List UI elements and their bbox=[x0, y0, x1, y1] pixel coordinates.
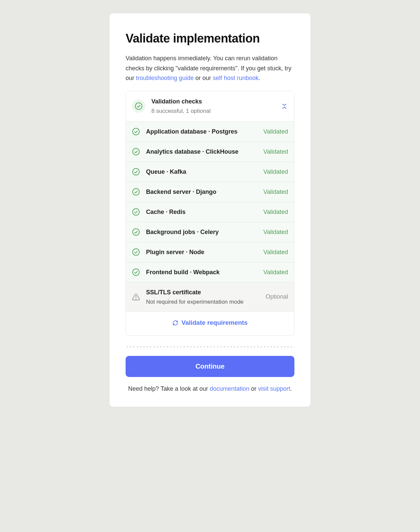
page-title: Validate implementation bbox=[126, 29, 294, 48]
validation-panel: Validation checks 8 successful, 1 option… bbox=[126, 91, 294, 336]
validate-action-bar: Validate requirements bbox=[126, 311, 294, 335]
validation-row: SSL/TLS certificateNot required for expe… bbox=[126, 283, 294, 312]
svg-point-7 bbox=[133, 249, 139, 255]
panel-header-subtitle: 8 successful, 1 optional bbox=[151, 107, 281, 116]
row-text: Backend server · Django bbox=[146, 187, 263, 197]
check-circle-icon bbox=[132, 99, 145, 113]
intro-part2: or our bbox=[194, 75, 213, 81]
validate-requirements-button[interactable]: Validate requirements bbox=[172, 319, 248, 326]
row-status: Validated bbox=[263, 248, 288, 257]
svg-point-3 bbox=[133, 168, 139, 175]
row-status: Validated bbox=[263, 228, 288, 237]
continue-button-label: Continue bbox=[196, 363, 225, 370]
validation-row: Background jobs · CeleryValidated bbox=[126, 222, 294, 242]
panel-header-text: Validation checks 8 successful, 1 option… bbox=[151, 97, 281, 116]
row-status: Validated bbox=[263, 268, 288, 277]
help-part1: Need help? Take a look at our bbox=[128, 385, 210, 392]
check-circle-icon bbox=[132, 188, 140, 196]
row-text: Cache · Redis bbox=[146, 208, 263, 217]
row-text: Queue · Kafka bbox=[146, 167, 263, 176]
row-text: Application database · Postgres bbox=[146, 127, 263, 136]
validation-panel-header: Validation checks 8 successful, 1 option… bbox=[126, 91, 294, 122]
troubleshooting-guide-link[interactable]: troubleshooting guide bbox=[136, 75, 194, 81]
row-status: Validated bbox=[263, 147, 288, 156]
validation-row: Application database · PostgresValidated bbox=[126, 122, 294, 142]
row-status: Validated bbox=[263, 187, 288, 197]
row-text: Analytics database · ClickHouse bbox=[146, 147, 263, 156]
intro-part3: . bbox=[259, 75, 260, 81]
check-circle-icon bbox=[132, 208, 140, 216]
validation-row: Plugin server · NodeValidated bbox=[126, 242, 294, 262]
check-circle-icon bbox=[132, 228, 140, 236]
row-title: Application database · Postgres bbox=[146, 127, 263, 136]
svg-point-8 bbox=[133, 269, 139, 276]
row-title: Backend server · Django bbox=[146, 187, 263, 197]
row-title: Cache · Redis bbox=[146, 208, 263, 217]
self-host-runbook-link[interactable]: self host runbook bbox=[213, 75, 259, 81]
row-text: Plugin server · Node bbox=[146, 248, 263, 257]
continue-button[interactable]: Continue bbox=[126, 356, 294, 377]
svg-point-5 bbox=[133, 209, 139, 215]
row-status: Optional bbox=[266, 292, 288, 301]
row-title: Background jobs · Celery bbox=[146, 228, 263, 237]
help-text: Need help? Take a look at our documentat… bbox=[126, 384, 294, 393]
check-circle-icon bbox=[132, 248, 140, 256]
visit-support-link[interactable]: visit support bbox=[258, 385, 290, 392]
row-status: Validated bbox=[263, 127, 288, 136]
validation-card: Validate implementation Validation happe… bbox=[110, 13, 310, 407]
validation-row: Analytics database · ClickHouseValidated bbox=[126, 142, 294, 162]
validate-button-label: Validate requirements bbox=[182, 319, 248, 326]
help-part2: or bbox=[249, 385, 258, 392]
intro-text: Validation happens immediately. You can … bbox=[126, 54, 294, 83]
validation-rows: Application database · PostgresValidated… bbox=[126, 122, 294, 312]
row-status: Validated bbox=[263, 208, 288, 217]
collapse-toggle-button[interactable] bbox=[281, 102, 288, 110]
svg-point-6 bbox=[133, 229, 139, 235]
chevron-up-icon bbox=[282, 106, 287, 109]
row-title: SSL/TLS certificate bbox=[146, 288, 266, 297]
svg-point-0 bbox=[135, 103, 142, 109]
documentation-link[interactable]: documentation bbox=[210, 385, 249, 392]
validation-row: Cache · RedisValidated bbox=[126, 202, 294, 222]
validation-row: Frontend build · WebpackValidated bbox=[126, 262, 294, 283]
svg-point-1 bbox=[133, 128, 139, 135]
row-title: Queue · Kafka bbox=[146, 167, 263, 176]
check-circle-icon bbox=[132, 148, 140, 156]
svg-point-2 bbox=[133, 148, 139, 155]
validation-row: Backend server · DjangoValidated bbox=[126, 182, 294, 202]
row-title: Plugin server · Node bbox=[146, 248, 263, 257]
row-status: Validated bbox=[263, 167, 288, 176]
validation-row: Queue · KafkaValidated bbox=[126, 162, 294, 182]
check-circle-icon bbox=[132, 268, 140, 276]
svg-point-10 bbox=[136, 299, 136, 299]
warning-triangle-icon bbox=[132, 293, 140, 301]
row-text: Background jobs · Celery bbox=[146, 228, 263, 237]
row-text: Frontend build · Webpack bbox=[146, 268, 263, 277]
row-text: SSL/TLS certificateNot required for expe… bbox=[146, 288, 266, 306]
svg-point-4 bbox=[133, 188, 139, 195]
check-circle-icon bbox=[132, 128, 140, 136]
panel-header-title: Validation checks bbox=[151, 97, 281, 106]
row-title: Analytics database · ClickHouse bbox=[146, 147, 263, 156]
row-subtitle: Not required for experimentation mode bbox=[146, 298, 266, 306]
row-title: Frontend build · Webpack bbox=[146, 268, 263, 277]
refresh-icon bbox=[172, 320, 178, 326]
help-part3: . bbox=[290, 385, 292, 392]
chevron-down-icon bbox=[282, 103, 287, 106]
dotted-divider bbox=[126, 346, 294, 348]
check-circle-icon bbox=[132, 168, 140, 176]
